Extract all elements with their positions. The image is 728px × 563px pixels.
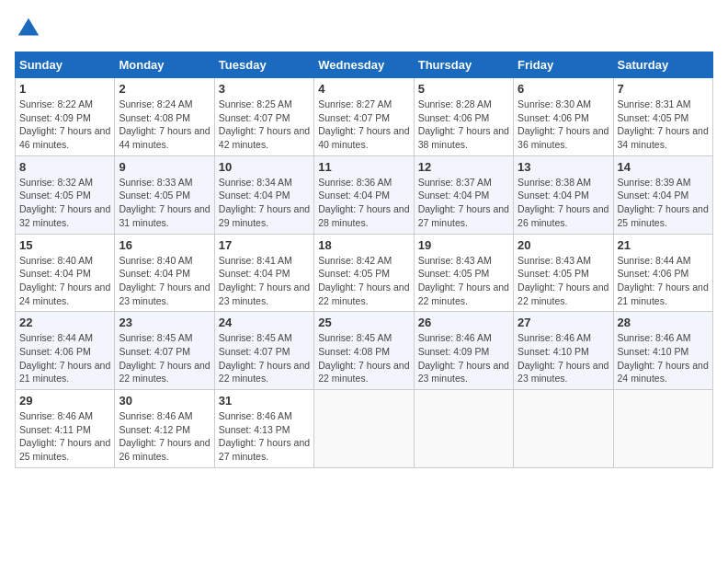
logo [15,15,46,42]
calendar-day-cell: 1 Sunrise: 8:22 AM Sunset: 4:09 PM Dayli… [16,78,115,156]
calendar-day-cell: 23 Sunrise: 8:45 AM Sunset: 4:07 PM Dayl… [115,312,214,390]
day-info: Sunrise: 8:40 AM Sunset: 4:04 PM Dayligh… [119,254,210,308]
day-number: 15 [19,238,110,252]
day-number: 19 [418,238,509,252]
day-info: Sunrise: 8:38 AM Sunset: 4:04 PM Dayligh… [518,176,609,230]
day-number: 7 [618,82,709,96]
day-number: 24 [219,316,310,329]
calendar-day-cell: 10 Sunrise: 8:34 AM Sunset: 4:04 PM Dayl… [214,155,313,234]
day-header: Saturday [613,52,712,78]
calendar-day-cell: 31 Sunrise: 8:46 AM Sunset: 4:13 PM Dayl… [214,390,313,468]
calendar-day-cell: 27 Sunrise: 8:46 AM Sunset: 4:10 PM Dayl… [514,312,613,390]
calendar-day-cell: 29 Sunrise: 8:46 AM Sunset: 4:11 PM Dayl… [16,390,115,468]
day-info: Sunrise: 8:45 AM Sunset: 4:07 PM Dayligh… [119,331,210,385]
calendar-week-row: 29 Sunrise: 8:46 AM Sunset: 4:11 PM Dayl… [16,390,713,468]
day-info: Sunrise: 8:46 AM Sunset: 4:13 PM Dayligh… [219,409,310,464]
calendar-table: SundayMondayTuesdayWednesdayThursdayFrid… [15,52,713,468]
svg-marker-0 [18,18,40,36]
calendar-day-cell: 2 Sunrise: 8:24 AM Sunset: 4:08 PM Dayli… [115,78,214,156]
day-number: 27 [518,316,609,329]
day-info: Sunrise: 8:22 AM Sunset: 4:09 PM Dayligh… [19,98,110,152]
day-number: 6 [518,82,609,96]
calendar-week-row: 22 Sunrise: 8:44 AM Sunset: 4:06 PM Dayl… [16,312,713,390]
calendar-week-row: 1 Sunrise: 8:22 AM Sunset: 4:09 PM Dayli… [16,78,713,156]
calendar-day-cell: 9 Sunrise: 8:33 AM Sunset: 4:05 PM Dayli… [115,155,214,234]
day-number: 5 [418,82,509,96]
day-number: 10 [219,160,310,174]
day-info: Sunrise: 8:36 AM Sunset: 4:04 PM Dayligh… [318,176,409,230]
day-info: Sunrise: 8:46 AM Sunset: 4:10 PM Dayligh… [618,331,709,385]
day-number: 30 [119,394,210,408]
day-info: Sunrise: 8:31 AM Sunset: 4:05 PM Dayligh… [618,98,709,152]
calendar-day-cell: 5 Sunrise: 8:28 AM Sunset: 4:06 PM Dayli… [414,78,513,156]
day-number: 20 [518,238,609,252]
calendar-day-cell: 17 Sunrise: 8:41 AM Sunset: 4:04 PM Dayl… [214,234,313,312]
page-header [15,15,713,42]
day-info: Sunrise: 8:33 AM Sunset: 4:05 PM Dayligh… [119,176,210,230]
logo-icon [15,15,42,42]
calendar-day-cell: 25 Sunrise: 8:45 AM Sunset: 4:08 PM Dayl… [314,312,414,390]
day-number: 14 [618,160,709,174]
day-header: Tuesday [214,52,313,78]
day-info: Sunrise: 8:25 AM Sunset: 4:07 PM Dayligh… [219,98,310,152]
day-header: Friday [514,52,613,78]
day-info: Sunrise: 8:43 AM Sunset: 4:05 PM Dayligh… [418,254,509,308]
day-info: Sunrise: 8:40 AM Sunset: 4:04 PM Dayligh… [19,254,110,308]
day-number: 11 [318,160,409,174]
calendar-day-cell [613,390,712,468]
calendar-day-cell: 14 Sunrise: 8:39 AM Sunset: 4:04 PM Dayl… [613,155,712,234]
day-info: Sunrise: 8:34 AM Sunset: 4:04 PM Dayligh… [219,176,310,230]
day-info: Sunrise: 8:41 AM Sunset: 4:04 PM Dayligh… [219,254,310,308]
calendar-day-cell [414,390,513,468]
day-info: Sunrise: 8:46 AM Sunset: 4:12 PM Dayligh… [119,409,210,464]
calendar-day-cell: 6 Sunrise: 8:30 AM Sunset: 4:06 PM Dayli… [514,78,613,156]
day-info: Sunrise: 8:44 AM Sunset: 4:06 PM Dayligh… [618,254,709,308]
day-info: Sunrise: 8:37 AM Sunset: 4:04 PM Dayligh… [418,176,509,230]
calendar-week-row: 15 Sunrise: 8:40 AM Sunset: 4:04 PM Dayl… [16,234,713,312]
calendar-week-row: 8 Sunrise: 8:32 AM Sunset: 4:05 PM Dayli… [16,155,713,234]
day-info: Sunrise: 8:45 AM Sunset: 4:07 PM Dayligh… [219,331,310,385]
calendar-day-cell: 28 Sunrise: 8:46 AM Sunset: 4:10 PM Dayl… [613,312,712,390]
calendar-day-cell: 20 Sunrise: 8:43 AM Sunset: 4:05 PM Dayl… [514,234,613,312]
calendar-day-cell: 13 Sunrise: 8:38 AM Sunset: 4:04 PM Dayl… [514,155,613,234]
day-number: 23 [119,316,210,329]
day-info: Sunrise: 8:28 AM Sunset: 4:06 PM Dayligh… [418,98,509,152]
calendar-day-cell: 4 Sunrise: 8:27 AM Sunset: 4:07 PM Dayli… [314,78,414,156]
day-number: 21 [618,238,709,252]
calendar-day-cell: 19 Sunrise: 8:43 AM Sunset: 4:05 PM Dayl… [414,234,513,312]
day-number: 13 [518,160,609,174]
calendar-day-cell: 12 Sunrise: 8:37 AM Sunset: 4:04 PM Dayl… [414,155,513,234]
day-number: 22 [19,316,110,329]
day-number: 3 [219,82,310,96]
day-info: Sunrise: 8:46 AM Sunset: 4:09 PM Dayligh… [418,331,509,385]
day-info: Sunrise: 8:30 AM Sunset: 4:06 PM Dayligh… [518,98,609,152]
day-info: Sunrise: 8:27 AM Sunset: 4:07 PM Dayligh… [318,98,409,152]
day-number: 2 [119,82,210,96]
calendar-day-cell: 18 Sunrise: 8:42 AM Sunset: 4:05 PM Dayl… [314,234,414,312]
day-number: 31 [219,394,310,408]
day-number: 8 [19,160,110,174]
calendar-day-cell: 8 Sunrise: 8:32 AM Sunset: 4:05 PM Dayli… [16,155,115,234]
calendar-day-cell: 16 Sunrise: 8:40 AM Sunset: 4:04 PM Dayl… [115,234,214,312]
day-number: 1 [19,82,110,96]
day-info: Sunrise: 8:43 AM Sunset: 4:05 PM Dayligh… [518,254,609,308]
day-info: Sunrise: 8:24 AM Sunset: 4:08 PM Dayligh… [119,98,210,152]
day-number: 4 [318,82,409,96]
calendar-day-cell: 24 Sunrise: 8:45 AM Sunset: 4:07 PM Dayl… [214,312,313,390]
calendar-day-cell: 21 Sunrise: 8:44 AM Sunset: 4:06 PM Dayl… [613,234,712,312]
day-number: 29 [19,394,110,408]
day-info: Sunrise: 8:44 AM Sunset: 4:06 PM Dayligh… [19,331,110,385]
day-info: Sunrise: 8:46 AM Sunset: 4:11 PM Dayligh… [19,409,110,464]
day-number: 12 [418,160,509,174]
calendar-day-cell [514,390,613,468]
day-number: 26 [418,316,509,329]
day-info: Sunrise: 8:42 AM Sunset: 4:05 PM Dayligh… [318,254,409,308]
day-header: Wednesday [314,52,414,78]
day-info: Sunrise: 8:45 AM Sunset: 4:08 PM Dayligh… [318,331,409,385]
calendar-day-cell: 15 Sunrise: 8:40 AM Sunset: 4:04 PM Dayl… [16,234,115,312]
day-number: 16 [119,238,210,252]
calendar-day-cell: 11 Sunrise: 8:36 AM Sunset: 4:04 PM Dayl… [314,155,414,234]
day-number: 9 [119,160,210,174]
calendar-header-row: SundayMondayTuesdayWednesdayThursdayFrid… [16,52,713,78]
day-info: Sunrise: 8:39 AM Sunset: 4:04 PM Dayligh… [618,176,709,230]
